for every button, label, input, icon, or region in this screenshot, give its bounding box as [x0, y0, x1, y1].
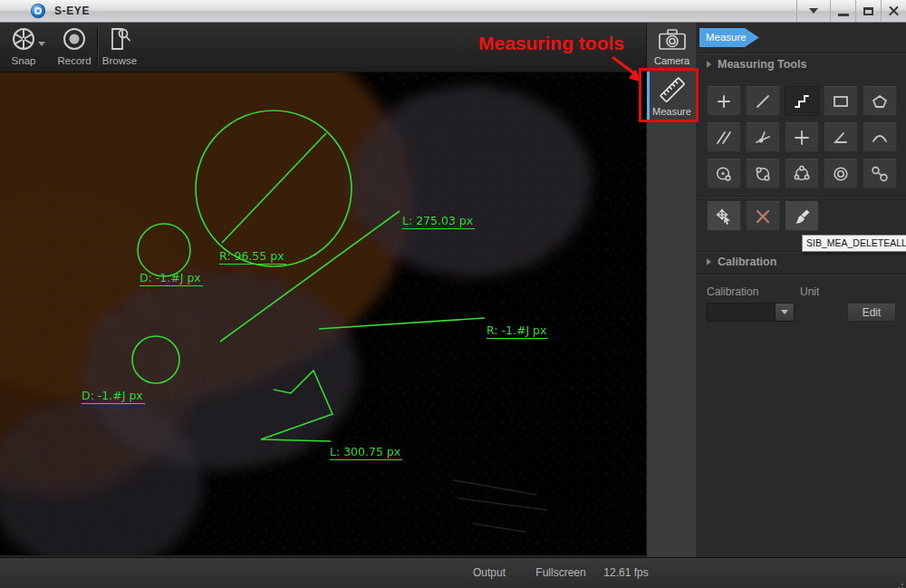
statusbar-fps: 12.61 fps	[598, 558, 654, 588]
edit-button[interactable]: Edit	[847, 303, 896, 322]
divider	[696, 274, 906, 275]
move-icon	[718, 209, 731, 225]
section-arrow-icon	[707, 258, 711, 265]
aperture-icon	[10, 25, 37, 53]
title-bar: S-EYE	[0, 0, 906, 23]
cross-line-icon	[795, 131, 808, 144]
tool-angle[interactable]	[824, 122, 858, 152]
tool-cross-line[interactable]	[785, 122, 819, 152]
parallel-lines-icon	[718, 132, 730, 143]
perpendicular-icon	[757, 132, 769, 142]
line-icon	[757, 96, 768, 107]
close-button[interactable]	[881, 0, 906, 22]
sidebar-tab-strip: Camera Measure	[646, 23, 696, 557]
calibration-select-arrow[interactable]	[775, 304, 794, 321]
tooltip: SIB_MEA_DELETEALL	[802, 235, 906, 252]
rectangle-icon	[834, 97, 847, 106]
calibration-header[interactable]: Calibration	[707, 255, 776, 268]
tool-polygon[interactable]	[863, 86, 897, 116]
record-button[interactable]: Record	[54, 25, 94, 69]
circle-two-point-icon	[757, 168, 769, 180]
record-icon	[61, 25, 88, 53]
divider	[696, 196, 906, 197]
close-icon	[888, 5, 900, 17]
tab-measure-label: Measure	[652, 106, 691, 117]
measurement-label[interactable]: L: 300.75 px	[330, 446, 402, 460]
broom-icon	[795, 209, 809, 223]
specimen-canvas[interactable]: R: 96.55 px D: -1.#J px L: 275.03 px R: …	[0, 72, 646, 555]
measure-panel: Measure Measuring Tools	[696, 23, 906, 557]
circle-center-icon	[718, 168, 730, 180]
main-toolbar: Snap Record Browse	[0, 23, 646, 72]
calibration-label: Calibration	[707, 285, 758, 298]
camera-icon	[657, 26, 688, 53]
circle-distance-icon	[872, 167, 887, 180]
minimize-button[interactable]	[830, 0, 855, 22]
measurement-label[interactable]: D: -1.#J px	[140, 272, 203, 286]
tab-camera-label: Camera	[654, 55, 689, 66]
snap-label: Snap	[5, 55, 42, 66]
tool-circle-two-point[interactable]	[746, 159, 780, 188]
measure-banner: Measure	[699, 28, 759, 47]
tool-polyline[interactable]	[785, 86, 819, 116]
tool-circle-center[interactable]	[707, 159, 741, 188]
circle-three-point-icon	[795, 166, 808, 179]
titlebar-menu-button[interactable]	[796, 0, 830, 22]
polyline-icon	[795, 96, 808, 107]
tool-delete-all[interactable]	[785, 201, 819, 231]
chevron-down-icon	[781, 310, 788, 314]
concentric-circle-icon	[834, 168, 847, 180]
tool-circle-three-point[interactable]	[785, 159, 819, 188]
point-icon	[718, 96, 729, 107]
selected-tab-indicator	[647, 72, 650, 120]
delete-x-icon	[757, 211, 768, 222]
chevron-down-icon	[809, 8, 818, 14]
statusbar-fullscreen[interactable]: Fullscreen	[528, 558, 593, 588]
app-logo-icon	[31, 4, 45, 18]
toolbar-separator	[97, 27, 98, 67]
measurement-label[interactable]: R: 96.55 px	[219, 250, 286, 265]
app-window: S-EYE Snap Record	[0, 0, 906, 588]
tool-rectangle[interactable]	[824, 86, 858, 116]
tool-arc[interactable]	[863, 122, 897, 152]
tool-circle-distance[interactable]	[863, 159, 897, 188]
record-label: Record	[54, 55, 94, 66]
status-bar: Output Fullscreen 12.61 fps	[0, 557, 906, 588]
snap-dropdown-caret[interactable]	[38, 42, 45, 46]
measuring-tools-header[interactable]: Measuring Tools	[707, 58, 806, 71]
tab-camera[interactable]: Camera	[648, 26, 696, 66]
tool-delete[interactable]	[746, 201, 780, 231]
tool-parallel-lines[interactable]	[707, 122, 741, 152]
resize-grip-icon[interactable]	[901, 583, 903, 585]
measurement-label[interactable]: R: -1.#J px	[487, 324, 548, 339]
divider	[696, 53, 906, 53]
browse-button[interactable]: Browse	[100, 25, 140, 69]
unit-label: Unit	[800, 285, 819, 298]
window-title: S-EYE	[54, 5, 90, 17]
measurement-label[interactable]: L: 275.03 px	[402, 215, 475, 229]
tool-move[interactable]	[707, 201, 741, 231]
snap-button[interactable]: Snap	[5, 25, 42, 69]
measurement-label[interactable]: D: -1.#J px	[82, 390, 145, 404]
statusbar-output[interactable]: Output	[458, 558, 521, 588]
maximize-icon	[863, 7, 873, 15]
calibration-select[interactable]	[707, 303, 795, 322]
tool-concentric-circle[interactable]	[824, 159, 858, 188]
arc-icon	[873, 136, 886, 141]
browse-label: Browse	[100, 55, 140, 66]
tool-perpendicular[interactable]	[746, 122, 780, 152]
browse-icon	[106, 25, 133, 53]
minimize-icon	[838, 14, 849, 16]
polygon-icon	[873, 96, 886, 107]
maximize-button[interactable]	[855, 0, 881, 22]
tool-point[interactable]	[707, 86, 741, 116]
tab-measure[interactable]: Measure	[648, 75, 696, 117]
angle-icon	[835, 133, 846, 142]
ruler-icon	[657, 75, 688, 104]
tool-line[interactable]	[746, 86, 780, 116]
section-arrow-icon	[707, 61, 711, 68]
specimen-image	[0, 72, 646, 555]
